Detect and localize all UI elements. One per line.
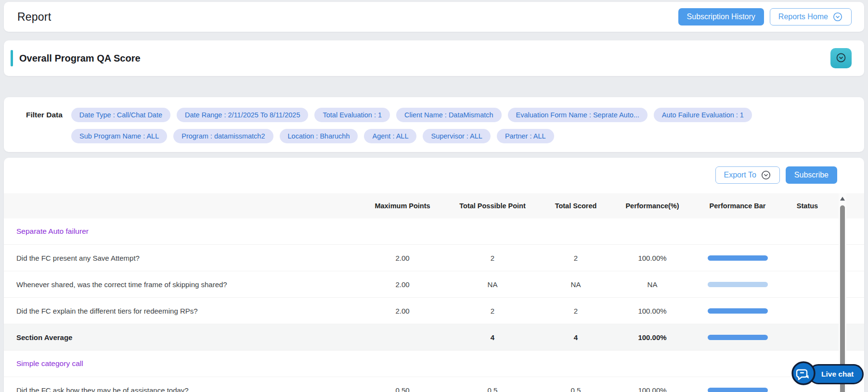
performance-cell: 100.00% xyxy=(610,307,695,315)
question-cell: Did the FC present any Save Attempt? xyxy=(16,254,362,262)
top-bar: Report Subscription History Reports Home xyxy=(4,2,864,32)
column-header-performance-percent: Performance(%) xyxy=(610,202,695,210)
column-header-performance-bar: Performance Bar xyxy=(695,202,780,210)
filter-chip-total-evaluation[interactable]: Total Evaluation : 1 xyxy=(314,108,390,122)
table-row: Did the FC explain the different tiers f… xyxy=(4,298,864,324)
total-scored-cell: 2 xyxy=(542,307,610,315)
performance-bar-fill xyxy=(708,335,768,340)
performance-bar xyxy=(708,335,768,340)
collapse-section-button[interactable] xyxy=(830,48,852,68)
total-scored-cell: NA xyxy=(542,280,610,289)
section-title: Overall Program QA Score xyxy=(19,53,141,64)
performance-cell: NA xyxy=(610,280,695,289)
table-toolbar: Export To Subscribe xyxy=(4,166,864,184)
chevron-down-circle-icon xyxy=(832,12,843,22)
total-possible-point-cell: NA xyxy=(443,280,542,289)
subscribe-button[interactable]: Subscribe xyxy=(786,166,837,184)
teal-accent-bar xyxy=(11,50,13,66)
filter-chip-location[interactable]: Location : Bharuchh xyxy=(280,129,358,143)
filter-data-label: Filter Data xyxy=(26,111,63,119)
performance-cell: 100.00% xyxy=(610,333,695,341)
section-name: Separate Auto failurer xyxy=(16,227,89,236)
total-possible-point-cell: 4 xyxy=(443,333,542,341)
maximum-points-cell: 2.00 xyxy=(362,254,443,262)
table-row: Whenever shared, was the correct time fr… xyxy=(4,271,864,298)
total-scored-cell: 2 xyxy=(542,254,610,262)
question-cell: Did the FC explain the different tiers f… xyxy=(16,307,362,315)
section-average-row: Section Average 4 4 100.00% xyxy=(4,324,864,351)
live-chat-label[interactable]: Live chat xyxy=(808,364,864,384)
reports-home-button[interactable]: Reports Home xyxy=(770,8,852,25)
question-cell: Whenever shared, was the correct time fr… xyxy=(16,280,362,289)
column-header-status: Status xyxy=(780,202,834,210)
maximum-points-cell: 0.50 xyxy=(362,386,443,392)
report-table-card: Export To Subscribe Maximum Points Total… xyxy=(4,158,864,392)
table-row: Did the FC ask how they may be of assist… xyxy=(4,377,864,392)
column-header-total-possible-point: Total Possible Point xyxy=(443,202,542,210)
filter-chip-partner[interactable]: Partner : ALL xyxy=(497,129,554,143)
chat-bubble-icon xyxy=(791,361,816,388)
page-title: Report xyxy=(17,11,51,24)
question-cell: Did the FC ask how they may be of assist… xyxy=(16,386,362,392)
total-scored-cell: 0.5 xyxy=(542,386,610,392)
table-section-row: Simple category call xyxy=(4,351,864,377)
total-possible-point-cell: 0.5 xyxy=(443,386,542,392)
table-row: Did the FC present any Save Attempt? 2.0… xyxy=(4,245,864,271)
topbar-actions: Subscription History Reports Home xyxy=(678,8,852,25)
section-name: Simple category call xyxy=(16,359,83,368)
table-section-row: Separate Auto failurer xyxy=(4,218,864,245)
filter-chip-program[interactable]: Program : datamissmatch2 xyxy=(173,129,273,143)
column-header-total-scored: Total Scored xyxy=(542,202,610,210)
filter-chip-agent[interactable]: Agent : ALL xyxy=(364,129,416,143)
performance-bar-fill xyxy=(708,255,768,261)
maximum-points-cell: 2.00 xyxy=(362,307,443,315)
export-to-label: Export To xyxy=(724,171,756,179)
performance-bar xyxy=(708,308,768,314)
chevron-down-circle-icon xyxy=(761,170,771,180)
total-possible-point-cell: 2 xyxy=(443,307,542,315)
performance-bar-fill xyxy=(708,308,768,314)
total-scored-cell: 4 xyxy=(542,333,610,341)
filter-chip-date-type[interactable]: Date Type : Call/Chat Date xyxy=(71,108,170,122)
maximum-points-cell: 2.00 xyxy=(362,280,443,289)
subscribe-label: Subscribe xyxy=(794,171,829,179)
performance-bar-fill xyxy=(708,388,768,392)
performance-cell: 100.00% xyxy=(610,386,695,392)
filter-chips-row-2: Sub Program Name : ALL Program : datamis… xyxy=(71,129,853,143)
table-header-row: Maximum Points Total Possible Point Tota… xyxy=(4,193,864,218)
performance-cell: 100.00% xyxy=(610,254,695,262)
live-chat-widget[interactable]: Live chat xyxy=(791,361,864,388)
performance-bar xyxy=(708,255,768,261)
filter-chip-date-range[interactable]: Date Range : 2/11/2025 To 8/11/2025 xyxy=(177,108,308,122)
filter-chip-sub-program-name[interactable]: Sub Program Name : ALL xyxy=(71,129,167,143)
filter-chip-supervisor[interactable]: Supervisor : ALL xyxy=(423,129,490,143)
subscription-history-label: Subscription History xyxy=(687,13,755,21)
filter-chip-auto-failure-evaluation[interactable]: Auto Failure Evaluation : 1 xyxy=(654,108,752,122)
filter-chip-evaluation-form-name[interactable]: Evaluation Form Name : Seprate Auto... xyxy=(508,108,648,122)
chevron-down-circle-icon xyxy=(835,52,847,65)
reports-home-label: Reports Home xyxy=(778,13,828,21)
scroll-up-icon[interactable] xyxy=(840,197,845,201)
performance-bar xyxy=(708,282,768,287)
filter-chips-row-1: Date Type : Call/Chat Date Date Range : … xyxy=(71,108,752,122)
column-header-maximum-points: Maximum Points xyxy=(362,202,443,210)
export-to-button[interactable]: Export To xyxy=(715,166,780,184)
subscription-history-button[interactable]: Subscription History xyxy=(678,8,764,25)
filter-chip-client-name[interactable]: Client Name : DataMismatch xyxy=(396,108,502,122)
performance-bar xyxy=(708,388,768,392)
total-possible-point-cell: 2 xyxy=(443,254,542,262)
section-header-card: Overall Program QA Score xyxy=(4,40,864,76)
filter-card: Filter Data Date Type : Call/Chat Date D… xyxy=(4,97,864,152)
section-average-label: Section Average xyxy=(16,333,362,341)
